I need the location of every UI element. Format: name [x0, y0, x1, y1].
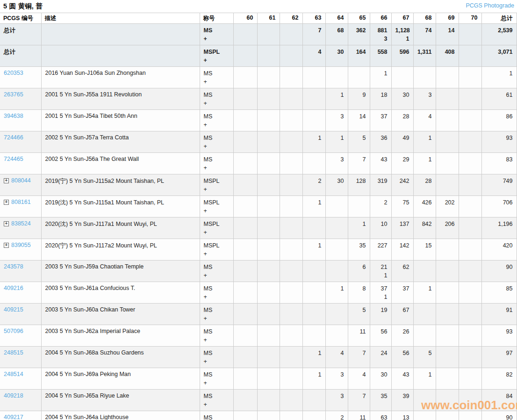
designation-cell: MS+ — [200, 67, 233, 88]
pcgs-number-link[interactable]: 724466 — [4, 134, 23, 141]
grade-66-cell: 36 — [370, 131, 391, 153]
pcgs-number-link[interactable]: 243578 — [4, 263, 23, 270]
total-cell: 83 — [481, 153, 517, 174]
grade-65-cell: 164 — [348, 45, 370, 67]
header-grade-67: 67 — [391, 13, 413, 24]
expand-icon[interactable]: + — [4, 243, 9, 248]
grade-70-cell — [459, 153, 481, 174]
grade-69-cell — [436, 110, 459, 131]
grade-67-cell: 56 — [391, 347, 413, 368]
summary-label-cell: 总计 — [0, 45, 41, 67]
grade-67-cell: 39 — [391, 390, 413, 411]
grade-66-cell: 56 — [370, 325, 391, 347]
pcgs-number-link[interactable]: 839055 — [11, 242, 31, 248]
grade-66-cell: 63 — [370, 411, 391, 420]
grade-60-cell — [233, 174, 257, 196]
pcgs-number-link[interactable]: 409215 — [4, 306, 23, 313]
grade-63-cell: 2 — [302, 174, 325, 196]
pcgs-number-link[interactable]: 838524 — [11, 220, 31, 227]
grade-68-cell: 1 — [413, 153, 436, 174]
photograde-link[interactable]: PCGS Photograde — [466, 2, 514, 9]
grade-68-cell — [413, 325, 436, 347]
grade-70-cell — [459, 304, 481, 325]
grade-62-cell — [280, 390, 302, 411]
pcgs-number-link[interactable]: 263765 — [4, 91, 23, 98]
grade-65-cell — [348, 196, 370, 217]
grade-67-cell: 242 — [391, 174, 413, 196]
pcgs-number-link[interactable]: 724465 — [4, 156, 23, 162]
expand-icon[interactable]: + — [4, 200, 9, 205]
grade-61-cell — [257, 261, 280, 282]
table-row: 2435782003 5 Yn Sun-J59a Chaotian Temple… — [0, 261, 517, 282]
table-row: 4092172004 5 Yn Sun-J64a LighthouseMS+21… — [0, 411, 517, 420]
pcgs-number-link[interactable]: 248514 — [4, 371, 23, 377]
header-designation: 称号 — [200, 13, 233, 24]
grade-68-cell: 15 — [413, 239, 436, 261]
grade-61-cell — [257, 325, 280, 347]
grade-63-cell — [302, 304, 325, 325]
total-cell: 1 — [481, 67, 517, 88]
pcgs-number-link[interactable]: 409216 — [4, 285, 23, 291]
grade-68-cell: 1,311 — [413, 45, 436, 67]
pcgs-number-link[interactable]: 409218 — [4, 392, 23, 399]
grade-70-cell — [459, 368, 481, 390]
grade-62-cell — [280, 261, 302, 282]
grade-63-cell — [302, 261, 325, 282]
pcgs-number-link[interactable]: 409217 — [4, 414, 23, 420]
designation-cell: MS+ — [200, 88, 233, 110]
grade-69-cell — [436, 304, 459, 325]
grade-67-cell — [391, 67, 413, 88]
pcgs-number-link[interactable]: 808161 — [11, 199, 31, 205]
total-cell: 1,196 — [481, 217, 517, 239]
header-grade-60: 60 — [233, 13, 257, 24]
designation-cell: MS+ — [200, 282, 233, 304]
pcgs-number-link[interactable]: 620353 — [4, 70, 23, 76]
grade-62-cell — [280, 196, 302, 217]
grade-64-cell: 1 — [325, 88, 348, 110]
grade-61-cell — [257, 88, 280, 110]
table-row: 4092152003 5 Yn Sun-J60a Chikan TowerMS+… — [0, 304, 517, 325]
grade-70-cell — [459, 110, 481, 131]
pcgs-number-cell: +838524 — [0, 217, 41, 239]
grade-65-cell: 5 — [348, 131, 370, 153]
grade-65-cell: 9 — [348, 88, 370, 110]
total-cell: 91 — [481, 304, 517, 325]
grade-64-cell — [325, 304, 348, 325]
population-table-body: 总计MS+76836288131,128174142,539总计MSPL+430… — [0, 24, 517, 420]
grade-64-cell: 3 — [325, 368, 348, 390]
table-row: 4092182004 5 Yn Sun-J65a Riyue LakeMS+37… — [0, 390, 517, 411]
grade-64-cell: 3 — [325, 153, 348, 174]
grade-64-cell: 30 — [325, 174, 348, 196]
pcgs-number-cell: 243578 — [0, 261, 41, 282]
designation-cell: MS+ — [200, 390, 233, 411]
grade-70-cell — [459, 347, 481, 368]
grade-64-cell: 30 — [325, 45, 348, 67]
grade-65-cell: 6 — [348, 261, 370, 282]
population-table: PCGS 编号描述称号6061626364656667686970总计 总计MS… — [0, 13, 517, 420]
grade-65-cell: 35 — [348, 239, 370, 261]
grade-63-cell — [302, 282, 325, 304]
pcgs-number-link[interactable]: 808044 — [11, 177, 31, 184]
expand-icon[interactable]: + — [4, 221, 9, 226]
total-cell: 97 — [481, 347, 517, 368]
grade-66-cell: 35 — [370, 390, 391, 411]
coin-description — [41, 24, 200, 45]
coin-description — [41, 45, 200, 67]
pcgs-number-cell: +808044 — [0, 174, 41, 196]
pcgs-number-cell: 507096 — [0, 325, 41, 347]
total-cell: 93 — [481, 325, 517, 347]
grade-63-cell — [302, 153, 325, 174]
pcgs-number-link[interactable]: 248515 — [4, 349, 23, 356]
grade-63-cell: 4 — [302, 45, 325, 67]
grade-69-cell — [436, 390, 459, 411]
grade-62-cell — [280, 153, 302, 174]
grade-67-cell: 30 — [391, 88, 413, 110]
total-cell: 82 — [481, 368, 517, 390]
grade-68-cell — [413, 261, 436, 282]
coin-description: 2004 5 Yn Sun-J64a Lighthouse — [41, 411, 200, 420]
pcgs-number-link[interactable]: 507096 — [4, 328, 23, 334]
grade-61-cell — [257, 347, 280, 368]
grade-61-cell — [257, 368, 280, 390]
pcgs-number-link[interactable]: 394638 — [4, 113, 23, 119]
expand-icon[interactable]: + — [4, 178, 9, 183]
